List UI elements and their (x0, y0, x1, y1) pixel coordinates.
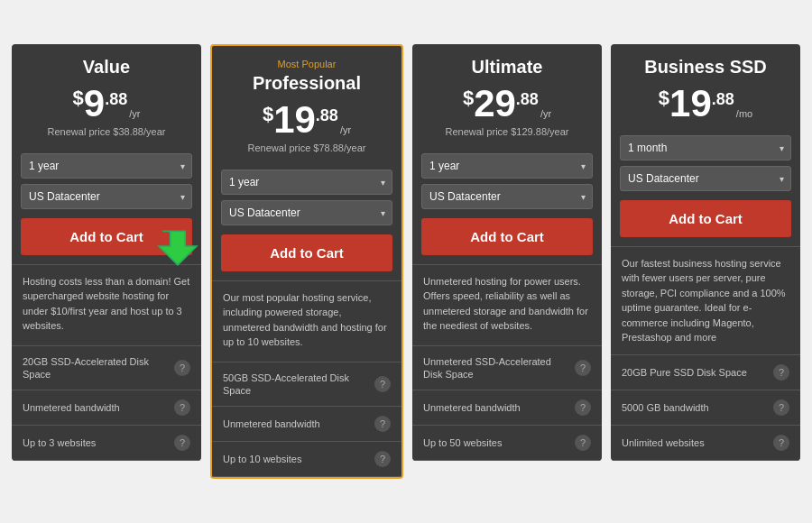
feature-label: Up to 10 websites (223, 453, 369, 465)
datacenter-select-wrapper: US DatacenterEU Datacenter▾ (221, 200, 392, 225)
term-select-wrapper: 1 year2 years3 years▾ (421, 153, 593, 179)
feature-label: 5000 GB bandwidth (622, 401, 768, 414)
feature-label: Up to 3 websites (23, 436, 169, 449)
plan-header-ultimate: Ultimate $ 29 .88 /yr Renewal price $129… (412, 44, 602, 153)
help-icon[interactable]: ? (773, 399, 789, 416)
feature-row: 20GB SSD-Accelerated Disk Space ? (12, 346, 201, 391)
feature-row: 5000 GB bandwidth ? (611, 390, 800, 426)
price-dollar: $ (73, 88, 84, 108)
price-row-professional: $ 19 .88 /yr (225, 101, 389, 139)
price-period: /yr (129, 108, 140, 119)
plan-card-business-ssd: Business SSD $ 19 .88 /mo 1 month12 mont… (611, 44, 800, 461)
plan-name-value: Value (24, 57, 189, 78)
datacenter-select-wrapper: US DatacenterEU Datacenter▾ (21, 184, 192, 209)
plan-name-professional: Professional (225, 73, 389, 94)
feature-label: Unlimited websites (622, 436, 768, 449)
plan-controls-ultimate: 1 year2 years3 years▾ US DatacenterEU Da… (412, 153, 602, 264)
plan-features-value: 20GB SSD-Accelerated Disk Space ? Unmete… (12, 345, 201, 462)
price-main: 9 (84, 85, 105, 123)
plan-description-value: Hosting costs less than a domain! Get su… (12, 264, 201, 345)
price-row-value: $ 9 .88 /yr (24, 85, 189, 123)
price-main: 19 (669, 85, 712, 123)
datacenter-select-wrapper: US DatacenterEU Datacenter▾ (421, 184, 593, 209)
feature-row: Unmetered SSD-Accelerated Disk Space ? (412, 346, 602, 391)
plan-description-professional: Our most popular hosting service, includ… (212, 280, 401, 362)
feature-label: Unmetered bandwidth (23, 401, 169, 414)
price-decimal: .88 (316, 106, 338, 125)
price-decimal: .88 (516, 90, 539, 109)
plan-name-business-ssd: Business SSD (623, 57, 788, 78)
feature-label: Up to 50 websites (423, 436, 569, 449)
add-to-cart-btn-professional[interactable]: Add to Cart (221, 234, 392, 271)
plan-header-business-ssd: Business SSD $ 19 .88 /mo (611, 44, 800, 135)
price-period: /mo (736, 108, 752, 119)
feature-label: Unmetered SSD-Accelerated Disk Space (423, 355, 569, 381)
price-main: 29 (474, 85, 516, 123)
renewal-price: Renewal price $38.88/year (24, 126, 189, 137)
feature-row: Unmetered bandwidth ? (12, 390, 201, 426)
feature-label: 50GB SSD-Accelerated Disk Space (223, 372, 369, 398)
help-icon[interactable]: ? (374, 451, 391, 467)
feature-row: 50GB SSD-Accelerated Disk Space ? (212, 362, 401, 408)
plan-controls-professional: 1 year2 years3 years▾ US DatacenterEU Da… (212, 170, 401, 280)
price-dollar: $ (263, 105, 273, 124)
term-select-value[interactable]: 1 year2 years3 years (21, 153, 192, 179)
price-period: /yr (540, 108, 551, 119)
feature-row: Up to 10 websites ? (212, 442, 401, 477)
feature-label: 20GB Pure SSD Disk Space (622, 366, 768, 379)
plan-header-professional: Most PopularProfessional $ 19 .88 /yr Re… (212, 46, 401, 170)
help-icon[interactable]: ? (174, 399, 190, 416)
datacenter-select-professional[interactable]: US DatacenterEU Datacenter (221, 200, 392, 225)
feature-row: Up to 3 websites ? (12, 426, 201, 461)
plan-card-ultimate: Ultimate $ 29 .88 /yr Renewal price $129… (412, 44, 602, 462)
price-main: 19 (273, 101, 316, 139)
help-icon[interactable]: ? (374, 376, 391, 392)
help-icon[interactable]: ? (174, 360, 190, 376)
datacenter-select-business-ssd[interactable]: US DatacenterEU Datacenter (620, 166, 791, 191)
price-decimal: .88 (712, 90, 734, 109)
plans-container: Value $ 9 .88 /yr Renewal price $38.88/y… (0, 35, 812, 489)
feature-label: Unmetered bandwidth (223, 417, 369, 430)
plan-description-business-ssd: Our fastest business hosting service wit… (611, 246, 800, 354)
price-period: /yr (340, 124, 351, 135)
plan-name-ultimate: Ultimate (425, 57, 589, 78)
feature-row: 20GB Pure SSD Disk Space ? (611, 355, 800, 390)
plan-features-business-ssd: 20GB Pure SSD Disk Space ? 5000 GB bandw… (611, 354, 800, 461)
plan-features-ultimate: Unmetered SSD-Accelerated Disk Space ? U… (412, 345, 602, 462)
term-select-wrapper: 1 year2 years3 years▾ (21, 153, 192, 179)
datacenter-select-value[interactable]: US DatacenterEU Datacenter (21, 184, 192, 209)
term-select-business-ssd[interactable]: 1 month12 months24 months (620, 135, 791, 161)
help-icon[interactable]: ? (773, 364, 789, 381)
plan-card-professional: Most PopularProfessional $ 19 .88 /yr Re… (210, 44, 403, 480)
price-dollar: $ (463, 88, 474, 108)
help-icon[interactable]: ? (773, 435, 789, 451)
add-to-cart-btn-ultimate[interactable]: Add to Cart (421, 218, 593, 255)
term-select-wrapper: 1 year2 years3 years▾ (221, 170, 392, 195)
plan-header-value: Value $ 9 .88 /yr Renewal price $38.88/y… (12, 44, 201, 153)
plan-description-ultimate: Unmetered hosting for power users. Offer… (412, 264, 602, 345)
price-row-business-ssd: $ 19 .88 /mo (623, 85, 788, 123)
term-select-ultimate[interactable]: 1 year2 years3 years (421, 153, 593, 179)
feature-label: Unmetered bandwidth (423, 401, 569, 414)
help-icon[interactable]: ? (575, 360, 591, 376)
feature-row: Unmetered bandwidth ? (412, 390, 602, 426)
price-row-ultimate: $ 29 .88 /yr (425, 85, 589, 123)
plan-features-professional: 50GB SSD-Accelerated Disk Space ? Unmete… (212, 362, 401, 478)
term-select-wrapper: 1 month12 months24 months▾ (620, 135, 791, 161)
feature-row: Unmetered bandwidth ? (212, 407, 401, 442)
help-icon[interactable]: ? (575, 435, 591, 451)
price-decimal: .88 (105, 90, 127, 109)
svg-marker-0 (159, 231, 197, 265)
renewal-price: Renewal price $78.88/year (225, 142, 389, 153)
datacenter-select-wrapper: US DatacenterEU Datacenter▾ (620, 166, 791, 191)
help-icon[interactable]: ? (575, 399, 591, 416)
feature-row: Up to 50 websites ? (412, 426, 602, 461)
term-select-professional[interactable]: 1 year2 years3 years (221, 170, 392, 195)
feature-row: Unlimited websites ? (611, 426, 800, 461)
datacenter-select-ultimate[interactable]: US DatacenterEU Datacenter (421, 184, 593, 209)
feature-label: 20GB SSD-Accelerated Disk Space (23, 355, 169, 381)
add-to-cart-btn-business-ssd[interactable]: Add to Cart (620, 200, 791, 237)
plan-controls-business-ssd: 1 month12 months24 months▾ US Datacenter… (611, 135, 800, 246)
help-icon[interactable]: ? (174, 435, 190, 451)
help-icon[interactable]: ? (374, 416, 391, 432)
